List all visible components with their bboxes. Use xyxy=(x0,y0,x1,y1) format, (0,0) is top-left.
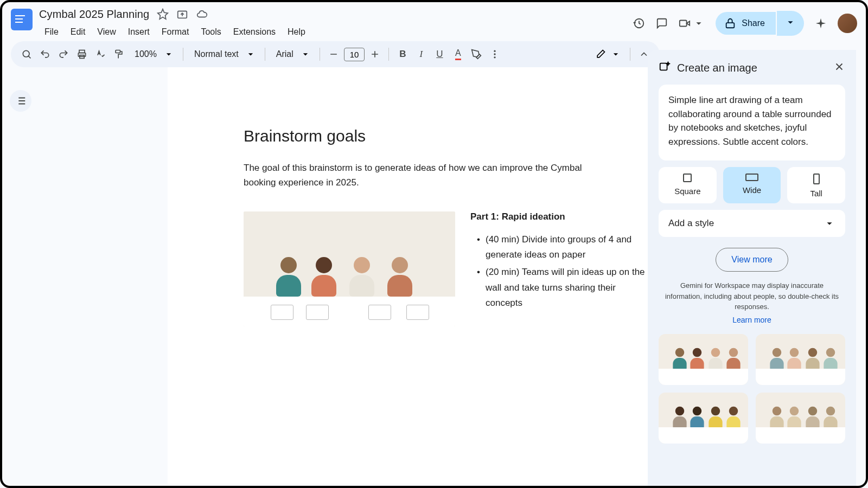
disclaimer-text: Gemini for Workspace may display inaccur… xyxy=(659,280,845,312)
svg-point-8 xyxy=(494,50,496,52)
list-item: (40 min) Divide into groups of 4 and gen… xyxy=(470,232,650,262)
svg-rect-7 xyxy=(116,50,120,53)
svg-rect-1 xyxy=(680,21,687,27)
print-icon[interactable] xyxy=(74,46,90,62)
aspect-wide[interactable]: Wide xyxy=(723,167,781,203)
image-result-2[interactable] xyxy=(756,334,845,385)
menu-format[interactable]: Format xyxy=(156,24,195,40)
search-icon[interactable] xyxy=(18,46,35,62)
heading-1: Brainstorm goals xyxy=(244,127,650,145)
style-select[interactable]: Add a style xyxy=(659,210,845,237)
share-dropdown[interactable] xyxy=(777,11,804,36)
star-icon[interactable] xyxy=(157,8,169,20)
close-icon[interactable] xyxy=(833,61,845,75)
menu-edit[interactable]: Edit xyxy=(65,24,91,40)
menu-help[interactable]: Help xyxy=(282,24,311,40)
image-result-3[interactable] xyxy=(659,393,748,444)
svg-point-10 xyxy=(494,56,496,58)
gemini-icon[interactable] xyxy=(815,17,827,29)
section-title: Part 1: Rapid ideation xyxy=(470,211,650,222)
svg-point-9 xyxy=(494,53,496,55)
toolbar: 100% Normal text Arial 10 B I U A xyxy=(11,41,660,67)
history-icon[interactable] xyxy=(633,17,645,29)
docs-logo[interactable] xyxy=(11,9,33,30)
share-label: Share xyxy=(742,18,765,28)
bold-icon[interactable]: B xyxy=(394,46,411,62)
create-image-panel: Create an image Simple line art drawing … xyxy=(648,50,856,486)
paint-format-icon[interactable] xyxy=(111,46,127,62)
menu-insert[interactable]: Insert xyxy=(123,24,155,40)
undo-icon[interactable] xyxy=(37,46,53,62)
intro-paragraph: The goal of this brainstorm is to genera… xyxy=(244,160,612,190)
meet-icon[interactable] xyxy=(679,17,705,29)
more-icon[interactable] xyxy=(487,46,503,62)
redo-icon[interactable] xyxy=(55,46,72,62)
highlight-icon[interactable] xyxy=(468,46,484,62)
font-size-input[interactable]: 10 xyxy=(344,48,365,61)
panel-title: Create an image xyxy=(677,62,827,74)
cloud-icon[interactable] xyxy=(196,8,208,20)
editing-mode-select[interactable] xyxy=(592,49,624,60)
underline-icon[interactable]: U xyxy=(431,46,448,62)
create-image-icon xyxy=(659,61,671,75)
image-result-1[interactable] xyxy=(659,334,748,385)
outline-toggle[interactable] xyxy=(10,90,31,112)
list-item: (20 min) Teams will pin ideas up on the … xyxy=(470,265,650,310)
view-more-button[interactable]: View more xyxy=(716,248,788,272)
font-select[interactable]: Arial xyxy=(271,49,314,60)
svg-point-3 xyxy=(23,50,29,57)
svg-rect-2 xyxy=(726,23,735,28)
learn-more-link[interactable]: Learn more xyxy=(659,316,845,324)
svg-rect-11 xyxy=(660,63,667,70)
menu-tools[interactable]: Tools xyxy=(195,24,226,40)
zoom-select[interactable]: 100% xyxy=(129,49,177,60)
document-page[interactable]: Brainstorm goals The goal of this brains… xyxy=(168,67,726,484)
text-color-icon[interactable]: A xyxy=(450,46,466,62)
menu-bar: File Edit View Insert Format Tools Exten… xyxy=(39,24,633,40)
document-title[interactable]: Cymbal 2025 Planning xyxy=(39,8,149,21)
comments-icon[interactable] xyxy=(656,17,668,29)
decrease-font-icon[interactable] xyxy=(326,46,342,62)
menu-file[interactable]: File xyxy=(39,24,64,40)
menu-view[interactable]: View xyxy=(92,24,121,40)
inline-image[interactable] xyxy=(244,211,455,326)
image-result-4[interactable] xyxy=(756,393,845,444)
avatar[interactable] xyxy=(838,14,857,33)
increase-font-icon[interactable] xyxy=(367,46,383,62)
menu-extensions[interactable]: Extensions xyxy=(228,24,281,40)
spellcheck-icon[interactable] xyxy=(92,46,108,62)
share-button[interactable]: Share xyxy=(716,12,776,35)
aspect-square[interactable]: Square xyxy=(659,167,717,203)
paragraph-style-select[interactable]: Normal text xyxy=(189,49,259,60)
move-icon[interactable] xyxy=(176,8,188,20)
italic-icon[interactable]: I xyxy=(413,46,429,62)
aspect-tall[interactable]: Tall xyxy=(787,167,845,203)
prompt-input[interactable]: Simple line art drawing of a team collab… xyxy=(659,85,845,160)
